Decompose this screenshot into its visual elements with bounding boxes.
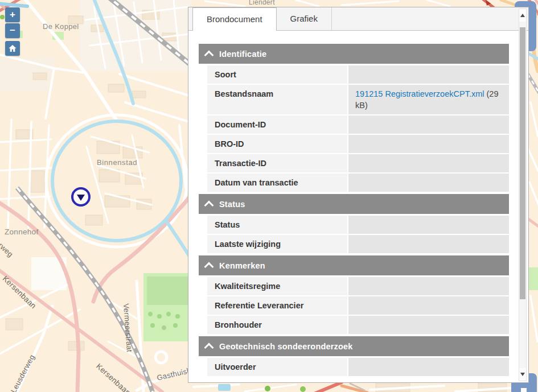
row-value [348, 316, 509, 334]
detail-row: Uitvoerder [207, 358, 509, 376]
detail-row: Bronhouder [207, 316, 509, 334]
map-corner-icon [521, 388, 527, 392]
tab-brondocument[interactable]: Brondocument [192, 7, 277, 31]
chevron-up-icon [204, 343, 214, 352]
home-icon [8, 44, 17, 53]
map-location-marker[interactable] [71, 187, 91, 207]
row-label: Laatste wijziging [207, 235, 347, 253]
row-value [348, 235, 509, 253]
row-label: Document-ID [207, 115, 347, 134]
scrollbar-thumb[interactable] [520, 27, 525, 299]
tab-bar: Brondocument Grafiek [188, 7, 528, 31]
row-value [348, 358, 509, 376]
detail-row: Soort [207, 65, 509, 84]
row-value [348, 115, 509, 134]
detail-row: Laatste wijziging [207, 235, 509, 253]
row-value [348, 154, 509, 172]
detail-row: BRO-ID [207, 135, 509, 153]
map-label-dekoppel: De Koppel [43, 22, 79, 31]
row-value [348, 135, 509, 153]
row-value [348, 65, 509, 84]
arrow-up-icon [520, 14, 525, 17]
row-label: Soort [207, 65, 347, 84]
chevron-up-icon [204, 200, 214, 210]
detail-row: Datum van transactie [207, 174, 509, 192]
row-label: Bronhouder [207, 316, 347, 334]
section-header-kenmerken[interactable]: Kenmerken [199, 255, 509, 275]
zoom-out-button[interactable]: − [5, 23, 20, 38]
section-title: Status [219, 200, 245, 209]
section-header-geotechnisch-sondeeronderzoek[interactable]: Geotechnisch sondeeronderzoek [199, 336, 509, 356]
row-label: Referentie Leverancier [207, 296, 347, 315]
row-label: Status [207, 216, 347, 234]
scroll-down-button[interactable] [519, 368, 526, 381]
marker-triangle-icon [77, 195, 85, 201]
map-label-liendert: Liendert [249, 0, 275, 6]
detail-row: Kwaliteitsregime [207, 277, 509, 295]
home-button[interactable] [5, 41, 20, 56]
section-header-identificatie[interactable]: Identificatie [199, 44, 509, 64]
section-header-status[interactable]: Status [199, 194, 509, 214]
detail-row: Status [207, 216, 509, 234]
section-title: Kenmerken [219, 261, 265, 270]
zoom-in-button[interactable]: + [5, 7, 20, 22]
chevron-up-icon [204, 262, 214, 271]
map-label-binnenstad: Binnenstad [97, 158, 137, 167]
row-label: Uitvoerder [207, 358, 347, 376]
section-title: Geotechnisch sondeeronderzoek [219, 342, 353, 351]
detail-row: Transactie-ID [207, 154, 509, 172]
row-value [348, 277, 509, 295]
row-value: 191215 RegistratieverzoekCPT.xml (29 kB) [348, 85, 509, 114]
file-download-link[interactable]: 191215 RegistratieverzoekCPT.xml [355, 89, 484, 98]
arrow-down-icon [520, 373, 525, 376]
panel-content: IdentificatieSoortBestandsnaam191215 Reg… [199, 31, 509, 382]
row-label: Datum van transactie [207, 174, 347, 192]
row-value [348, 174, 509, 192]
panel-scrollbar[interactable] [519, 9, 527, 381]
row-label: BRO-ID [207, 135, 347, 153]
map-label-zonnehof: Zonnehof [5, 228, 38, 236]
scroll-up-button[interactable] [519, 9, 526, 22]
row-label: Kwaliteitsregime [207, 277, 347, 295]
detail-row: Referentie Leverancier [207, 296, 509, 315]
detail-row: Bestandsnaam191215 RegistratieverzoekCPT… [207, 85, 509, 114]
detail-row: Document-ID [207, 115, 509, 134]
row-value [348, 296, 509, 315]
row-label: Bestandsnaam [207, 85, 347, 114]
chevron-up-icon [204, 50, 214, 60]
section-title: Identificatie [219, 49, 266, 59]
row-value [348, 216, 509, 234]
detail-panel: Brondocument Grafiek IdentificatieSoortB… [188, 7, 529, 383]
row-label: Transactie-ID [207, 154, 347, 172]
tab-grafiek[interactable]: Grafiek [277, 7, 332, 30]
